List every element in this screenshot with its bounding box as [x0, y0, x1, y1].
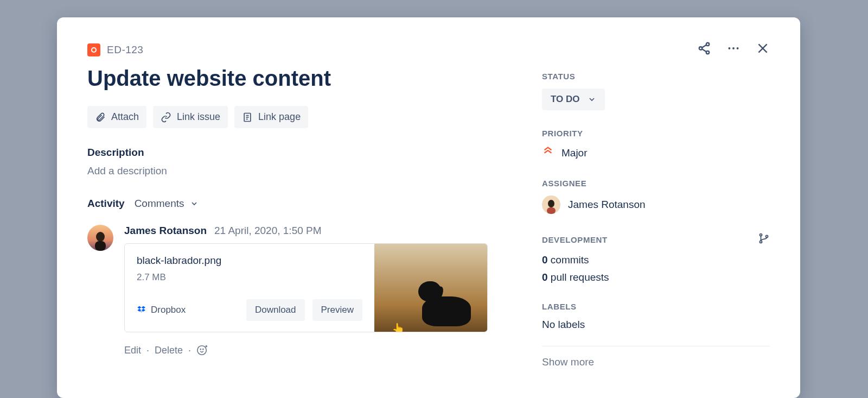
sidebar-divider: [542, 346, 770, 346]
issue-title[interactable]: Update website content: [87, 66, 520, 91]
svg-point-9: [203, 349, 203, 350]
link-page-label: Link page: [258, 111, 301, 123]
svg-line-16: [702, 49, 707, 52]
link-page-button[interactable]: Link page: [234, 106, 308, 128]
assignee-name: James Rotanson: [568, 199, 646, 211]
activity-tab-select[interactable]: Comments: [135, 198, 199, 210]
issue-sidebar: Status TO DO Priority Major Assignee Jam…: [542, 43, 770, 398]
link-issue-button[interactable]: Link issue: [153, 106, 228, 128]
link-issue-label: Link issue: [177, 111, 220, 123]
activity-header: Activity Comments: [87, 198, 520, 210]
paperclip-icon: [95, 112, 106, 123]
chevron-down-icon: [588, 95, 596, 104]
edit-comment-button[interactable]: Edit: [124, 345, 141, 356]
description-heading: Description: [87, 147, 520, 159]
issue-key[interactable]: ED-123: [107, 44, 143, 56]
development-label: Development: [542, 235, 608, 244]
issue-main: ED-123 Update website content Attach Lin…: [87, 43, 520, 398]
chevron-down-icon: [190, 199, 199, 208]
svg-point-27: [765, 235, 768, 237]
svg-point-5: [96, 232, 105, 242]
priority-value: Major: [561, 147, 588, 159]
development-field: Development 0 commits 0 pull requests: [542, 232, 770, 283]
modal-actions: [697, 41, 770, 55]
labels-value[interactable]: No labels: [542, 319, 770, 331]
status-field: Status TO DO: [542, 72, 770, 110]
svg-line-15: [702, 45, 707, 48]
link-icon: [161, 112, 171, 123]
attach-label: Attach: [111, 111, 139, 123]
assignee-label: Assignee: [542, 179, 770, 188]
preview-button[interactable]: Preview: [312, 299, 362, 321]
attachment-card: black-labrador.png 2.7 MB Dropbox Downlo…: [124, 243, 488, 332]
add-reaction-icon[interactable]: [196, 344, 208, 356]
attachment-size: 2.7 MB: [137, 272, 362, 283]
assignee-avatar: [542, 195, 560, 214]
description-input[interactable]: Add a description: [87, 165, 520, 177]
status-label: Status: [542, 72, 770, 81]
more-actions-button[interactable]: [726, 41, 741, 55]
provider-label: Dropbox: [151, 305, 186, 315]
comment-author[interactable]: James Rotanson: [124, 225, 207, 237]
activity-heading: Activity: [87, 198, 125, 210]
comment-body: James Rotanson 21 April, 2020, 1:50 PM b…: [124, 225, 520, 356]
close-button[interactable]: [756, 41, 770, 55]
breadcrumb: ED-123: [87, 43, 520, 56]
attachment-provider[interactable]: Dropbox: [137, 305, 186, 315]
svg-point-7: [197, 346, 207, 355]
project-icon[interactable]: [87, 43, 100, 56]
show-more-button[interactable]: Show more: [542, 356, 770, 368]
download-button[interactable]: Download: [246, 299, 305, 321]
issue-toolbar: Attach Link issue Link page: [87, 106, 520, 128]
status-value: TO DO: [551, 94, 580, 105]
priority-field: Priority Major: [542, 129, 770, 160]
attach-button[interactable]: Attach: [87, 106, 146, 128]
svg-point-25: [760, 234, 762, 236]
comment-avatar[interactable]: [87, 225, 113, 251]
attachment-info: black-labrador.png 2.7 MB Dropbox Downlo…: [125, 244, 374, 332]
share-button[interactable]: [697, 41, 711, 55]
attachment-thumbnail[interactable]: [374, 244, 487, 332]
labels-label: Labels: [542, 302, 770, 311]
dropbox-icon: [137, 305, 146, 315]
svg-rect-6: [95, 241, 106, 251]
assignee-value-row[interactable]: James Rotanson: [542, 195, 770, 214]
comment: James Rotanson 21 April, 2020, 1:50 PM b…: [87, 225, 520, 356]
svg-rect-24: [547, 207, 556, 214]
assignee-field: Assignee James Rotanson: [542, 179, 770, 214]
activity-tab-label: Comments: [135, 198, 184, 210]
priority-label: Priority: [542, 129, 770, 138]
status-dropdown[interactable]: TO DO: [542, 89, 605, 110]
create-branch-button[interactable]: [758, 232, 770, 247]
attachment-filename[interactable]: black-labrador.png: [137, 255, 362, 267]
priority-major-icon: [542, 146, 554, 160]
svg-point-17: [728, 47, 730, 49]
comment-actions: Edit · Delete ·: [124, 344, 520, 356]
svg-point-18: [732, 47, 735, 49]
commits-metric[interactable]: 0 commits: [542, 254, 770, 266]
labels-field: Labels No labels: [542, 302, 770, 331]
comment-timestamp: 21 April, 2020, 1:50 PM: [214, 225, 322, 237]
page-icon: [242, 112, 253, 123]
svg-point-8: [200, 349, 201, 350]
priority-value-row[interactable]: Major: [542, 146, 770, 160]
pull-requests-metric[interactable]: 0 pull requests: [542, 271, 770, 283]
issue-modal: ED-123 Update website content Attach Lin…: [57, 17, 800, 398]
svg-point-26: [760, 241, 762, 243]
svg-point-23: [548, 200, 554, 207]
svg-point-19: [737, 47, 739, 49]
delete-comment-button[interactable]: Delete: [155, 345, 183, 356]
